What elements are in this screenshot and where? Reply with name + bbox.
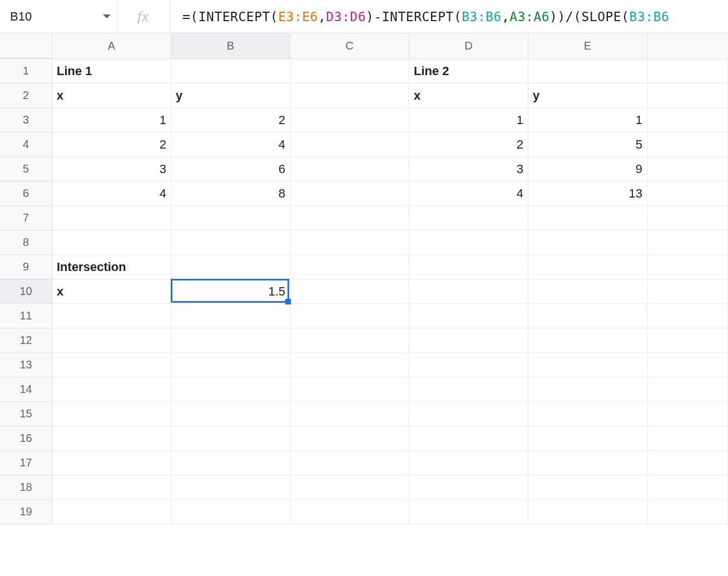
cell-E12[interactable] xyxy=(528,328,647,353)
cell-B19[interactable] xyxy=(171,500,290,524)
row-header-19[interactable]: 19 xyxy=(0,500,52,524)
row-header-6[interactable]: 6 xyxy=(0,181,52,206)
cell-C1[interactable] xyxy=(290,59,409,83)
cell-D13[interactable] xyxy=(409,353,528,377)
cell-C16[interactable] xyxy=(290,426,409,451)
cell-B3[interactable]: 2 xyxy=(171,108,290,132)
cell-F10[interactable] xyxy=(647,279,728,304)
select-all-corner[interactable] xyxy=(0,33,52,58)
cell-E1[interactable] xyxy=(528,59,647,83)
row-header-8[interactable]: 8 xyxy=(0,230,52,255)
cell-F3[interactable] xyxy=(647,108,728,132)
row-header-13[interactable]: 13 xyxy=(0,353,52,377)
cell-B12[interactable] xyxy=(171,328,290,353)
cell-A13[interactable] xyxy=(52,353,171,377)
cell-A5[interactable]: 3 xyxy=(52,157,171,181)
chevron-down-icon[interactable] xyxy=(103,14,111,18)
cell-E11[interactable] xyxy=(528,304,647,328)
cell-A1[interactable]: Line 1 xyxy=(52,59,171,83)
name-box[interactable]: B10 xyxy=(0,0,117,33)
col-header-C[interactable]: C xyxy=(290,33,409,58)
cell-C14[interactable] xyxy=(290,377,409,402)
cell-D15[interactable] xyxy=(409,402,528,426)
cell-A18[interactable] xyxy=(52,475,171,500)
cell-D8[interactable] xyxy=(409,230,528,255)
spreadsheet-grid[interactable]: A B C D E 1Line 1Line 22xyxy312114242553… xyxy=(0,33,728,524)
cell-D3[interactable]: 1 xyxy=(409,108,528,132)
cell-A6[interactable]: 4 xyxy=(52,181,171,206)
cell-A9[interactable]: Intersection xyxy=(52,255,171,279)
cell-E6[interactable]: 13 xyxy=(528,181,647,206)
cell-F13[interactable] xyxy=(647,353,728,377)
cell-B13[interactable] xyxy=(171,353,290,377)
cell-E10[interactable] xyxy=(528,279,647,304)
cell-F2[interactable] xyxy=(647,83,728,108)
col-header-F[interactable] xyxy=(647,33,728,58)
cell-B1[interactable] xyxy=(171,59,290,83)
cell-A19[interactable] xyxy=(52,500,171,524)
cell-E19[interactable] xyxy=(528,500,647,524)
cell-F18[interactable] xyxy=(647,475,728,500)
cell-D19[interactable] xyxy=(409,500,528,524)
cell-A11[interactable] xyxy=(52,304,171,328)
cell-C3[interactable] xyxy=(290,108,409,132)
cell-C8[interactable] xyxy=(290,230,409,255)
row-header-14[interactable]: 14 xyxy=(0,377,52,402)
cell-E13[interactable] xyxy=(528,353,647,377)
row-header-18[interactable]: 18 xyxy=(0,475,52,500)
cell-A2[interactable]: x xyxy=(52,83,171,108)
cell-E9[interactable] xyxy=(528,255,647,279)
cell-E18[interactable] xyxy=(528,475,647,500)
cell-B2[interactable]: y xyxy=(171,83,290,108)
row-header-15[interactable]: 15 xyxy=(0,402,52,426)
cell-F11[interactable] xyxy=(647,304,728,328)
cell-B4[interactable]: 4 xyxy=(171,132,290,157)
cell-D17[interactable] xyxy=(409,451,528,475)
cell-F6[interactable] xyxy=(647,181,728,206)
cell-A4[interactable]: 2 xyxy=(52,132,171,157)
cell-E15[interactable] xyxy=(528,402,647,426)
cell-F8[interactable] xyxy=(647,230,728,255)
cell-C15[interactable] xyxy=(290,402,409,426)
row-header-9[interactable]: 9 xyxy=(0,255,52,279)
row-header-3[interactable]: 3 xyxy=(0,108,52,132)
row-header-2[interactable]: 2 xyxy=(0,83,52,108)
cell-E2[interactable]: y xyxy=(528,83,647,108)
cell-E17[interactable] xyxy=(528,451,647,475)
cell-B18[interactable] xyxy=(171,475,290,500)
cell-C4[interactable] xyxy=(290,132,409,157)
row-header-17[interactable]: 17 xyxy=(0,451,52,475)
cell-B16[interactable] xyxy=(171,426,290,451)
cell-E7[interactable] xyxy=(528,206,647,230)
cell-C10[interactable] xyxy=(290,279,409,304)
cell-A17[interactable] xyxy=(52,451,171,475)
cell-F4[interactable] xyxy=(647,132,728,157)
cell-C6[interactable] xyxy=(290,181,409,206)
cell-C11[interactable] xyxy=(290,304,409,328)
col-header-A[interactable]: A xyxy=(52,33,171,58)
cell-E8[interactable] xyxy=(528,230,647,255)
row-header-7[interactable]: 7 xyxy=(0,206,52,230)
cell-E14[interactable] xyxy=(528,377,647,402)
row-header-1[interactable]: 1 xyxy=(0,59,52,83)
col-header-E[interactable]: E xyxy=(528,33,647,58)
col-header-D[interactable]: D xyxy=(409,33,528,58)
cell-F16[interactable] xyxy=(647,426,728,451)
cell-F5[interactable] xyxy=(647,157,728,181)
cell-D7[interactable] xyxy=(409,206,528,230)
cell-A7[interactable] xyxy=(52,206,171,230)
cell-D1[interactable]: Line 2 xyxy=(409,59,528,83)
row-header-12[interactable]: 12 xyxy=(0,328,52,353)
cell-D10[interactable] xyxy=(409,279,528,304)
cell-C19[interactable] xyxy=(290,500,409,524)
row-header-4[interactable]: 4 xyxy=(0,132,52,157)
cell-C2[interactable] xyxy=(290,83,409,108)
cell-C17[interactable] xyxy=(290,451,409,475)
cell-B6[interactable]: 8 xyxy=(171,181,290,206)
cell-C13[interactable] xyxy=(290,353,409,377)
cell-A15[interactable] xyxy=(52,402,171,426)
cell-D2[interactable]: x xyxy=(409,83,528,108)
cell-A12[interactable] xyxy=(52,328,171,353)
cell-F12[interactable] xyxy=(647,328,728,353)
cell-E4[interactable]: 5 xyxy=(528,132,647,157)
